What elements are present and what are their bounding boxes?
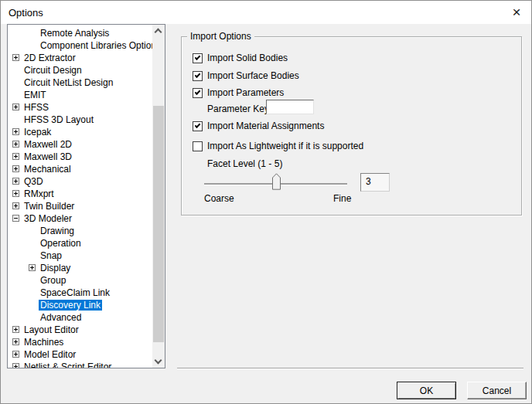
tree-item-label[interactable]: Component Libraries Options [39, 40, 162, 51]
tree-item[interactable]: Mechanical [8, 163, 152, 175]
scrollbar-thumb[interactable] [153, 106, 164, 342]
facet-level-value[interactable]: 3 [360, 173, 390, 192]
options-dialog: Options × Remote AnalysisComponent Libra… [0, 0, 532, 404]
tree-item[interactable]: Remote Analysis [8, 27, 152, 39]
tree-item[interactable]: Snap [8, 250, 152, 262]
tree-item-label[interactable]: Drawing [39, 226, 76, 236]
tree-item-label[interactable]: Circuit NetList Design [22, 77, 114, 88]
checkbox-label: Import Surface Bodies [207, 70, 299, 81]
tree-item-label[interactable]: 2D Extractor [22, 53, 77, 63]
collapse-icon[interactable] [12, 215, 19, 222]
cancel-button[interactable]: Cancel [467, 382, 527, 399]
tree-item[interactable]: Advanced [8, 311, 152, 324]
tree-item-label[interactable]: HFSS [22, 102, 50, 113]
expand-icon[interactable] [29, 264, 36, 271]
tree-item-label[interactable]: Maxwell 2D [22, 139, 73, 150]
tree-item-label[interactable]: Model Editor [22, 349, 77, 360]
tree-item-label[interactable]: Remote Analysis [39, 28, 111, 39]
tree-item[interactable]: SpaceClaim Link [8, 287, 152, 299]
import-parameters-row[interactable]: Import Parameters [193, 87, 284, 98]
expand-icon[interactable] [12, 128, 19, 135]
checkmark-icon [195, 54, 201, 60]
tree-item-label[interactable]: EMIT [22, 90, 48, 100]
tree-item[interactable]: Component Libraries Options [8, 39, 152, 52]
expand-icon[interactable] [12, 190, 19, 197]
tree-item-label[interactable]: RMxprt [22, 188, 56, 199]
tree-item[interactable]: Netlist & Script Editor [8, 361, 152, 368]
tree-item[interactable]: RMxprt [8, 188, 152, 200]
chevron-down-icon [155, 357, 162, 365]
facet-level-label: Facet Level (1 - 5) [207, 158, 282, 169]
expand-icon[interactable] [12, 202, 19, 209]
tree-item-label[interactable]: Mechanical [22, 164, 73, 175]
import-as-lightweight-row[interactable]: Import As Lightweight if it is supported [193, 141, 363, 151]
tree-item-label[interactable]: Q3D [22, 176, 45, 187]
import-material-assignments-row[interactable]: Import Material Assignments [193, 121, 324, 131]
tree-item[interactable]: Machines [8, 336, 152, 348]
expand-icon[interactable] [12, 165, 19, 172]
tree-item[interactable]: Maxwell 3D [8, 151, 152, 163]
import-parameters-checkbox[interactable] [193, 88, 203, 98]
slider-thumb[interactable] [272, 173, 281, 190]
tree-item-label[interactable]: Maxwell 3D [22, 151, 73, 162]
expand-icon[interactable] [12, 104, 19, 110]
tree-item[interactable]: HFSS [8, 101, 152, 114]
tree-item-label[interactable]: Advanced [39, 312, 83, 323]
tree-item-label[interactable]: 3D Modeler [22, 213, 73, 224]
tree-item-label[interactable]: Machines [22, 337, 65, 348]
facet-level-slider[interactable] [204, 173, 347, 190]
expand-icon[interactable] [12, 141, 19, 148]
tree-item-label[interactable]: HFSS 3D Layout [22, 114, 95, 125]
expand-icon[interactable] [12, 54, 19, 61]
tree-item[interactable]: Layout Editor [8, 324, 152, 336]
group-title: Import Options [187, 31, 254, 42]
expand-icon[interactable] [12, 153, 19, 160]
tree-item-label[interactable]: Icepak [22, 127, 53, 137]
tree-item-label[interactable]: Layout Editor [22, 324, 80, 335]
tree-item[interactable]: Discovery Link [8, 299, 152, 311]
expand-icon[interactable] [12, 338, 19, 345]
scroll-down-button[interactable] [152, 355, 165, 368]
import-surface-bodies-row[interactable]: Import Surface Bodies [193, 70, 299, 81]
tree-item[interactable]: Drawing [8, 225, 152, 237]
tree-item[interactable]: EMIT [8, 89, 152, 101]
tree-item-label[interactable]: Twin Builder [22, 201, 76, 212]
scroll-up-button[interactable] [152, 25, 165, 37]
expand-icon[interactable] [12, 326, 19, 333]
tree-item-label[interactable]: Circuit Design [22, 65, 84, 76]
tree-item-label[interactable]: Snap [39, 250, 63, 261]
tree-item[interactable]: Operation [8, 237, 152, 250]
tree-item-label[interactable]: Discovery Link [39, 300, 102, 311]
tree-item[interactable]: Circuit NetList Design [8, 76, 152, 89]
tree-item-label[interactable]: Netlist & Script Editor [22, 362, 113, 368]
tree-item[interactable]: Model Editor [8, 348, 152, 361]
tree-item[interactable]: Twin Builder [8, 200, 152, 212]
import-as-lightweight-checkbox[interactable] [193, 141, 203, 151]
expand-icon[interactable] [12, 351, 19, 358]
tree-item[interactable]: Circuit Design [8, 64, 152, 76]
close-icon[interactable]: × [506, 3, 527, 22]
tree-item[interactable]: Maxwell 2D [8, 138, 152, 151]
tree-item[interactable]: Q3D [8, 175, 152, 188]
ok-button[interactable]: OK [397, 382, 456, 399]
tree-item[interactable]: Icepak [8, 126, 152, 138]
tree-item[interactable]: 3D Modeler [8, 212, 152, 225]
import-surface-bodies-checkbox[interactable] [193, 71, 203, 81]
parameter-key-input[interactable] [266, 100, 314, 114]
tree-item-label[interactable]: Display [39, 263, 72, 273]
tree-item[interactable]: HFSS 3D Layout [8, 114, 152, 126]
tree-item-label[interactable]: SpaceClaim Link [39, 287, 111, 298]
import-material-assignments-checkbox[interactable] [193, 121, 203, 131]
expand-icon[interactable] [12, 363, 19, 368]
tree-item[interactable]: Display [8, 262, 152, 274]
import-solid-bodies-row[interactable]: Import Solid Bodies [193, 53, 288, 63]
import-solid-bodies-checkbox[interactable] [193, 53, 203, 63]
checkmark-icon [195, 89, 201, 95]
tree-item[interactable]: 2D Extractor [8, 52, 152, 64]
tree-item[interactable]: Group [8, 274, 152, 287]
tree-item-label[interactable]: Operation [39, 238, 83, 249]
tree-item-label[interactable]: Group [39, 275, 67, 286]
tree-scrollbar[interactable] [152, 25, 165, 368]
options-category-tree[interactable]: Remote AnalysisComponent Libraries Optio… [7, 24, 165, 368]
expand-icon[interactable] [12, 178, 19, 185]
